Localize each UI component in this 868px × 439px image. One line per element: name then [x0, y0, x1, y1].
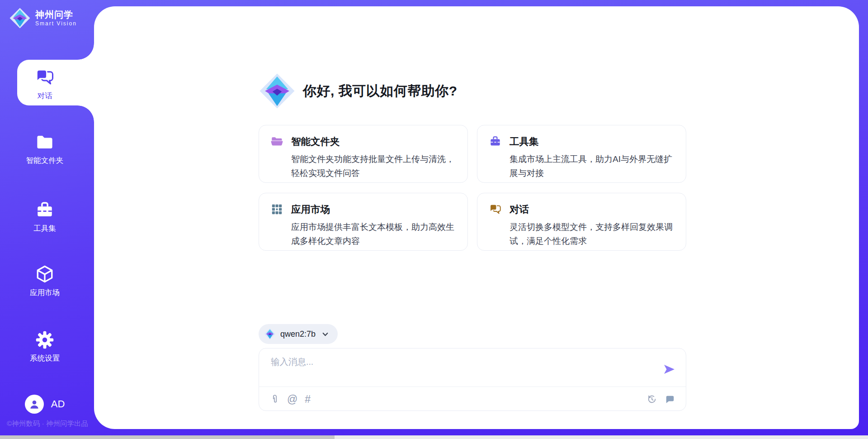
send-button[interactable] [662, 363, 676, 377]
message-composer: @ # [259, 348, 686, 411]
sidebar-item-label: 系统设置 [30, 353, 60, 363]
model-diamond-logo-icon [264, 328, 276, 340]
card-chat[interactable]: 对话 灵活切换多模型文件，支持多样回复效果调试，满足个性化需求 [477, 193, 686, 251]
sidebar-item-app-market[interactable]: 应用市场 [0, 265, 90, 298]
chat-bubbles-icon [35, 68, 54, 87]
sidebar-item-chat[interactable]: 对话 [0, 68, 90, 101]
message-input[interactable] [270, 355, 651, 383]
card-title: 智能文件夹 [291, 135, 340, 148]
model-selector[interactable]: qwen2:7b [259, 324, 338, 344]
scrollbar-thumb[interactable] [0, 435, 335, 439]
toolbox-icon [35, 200, 54, 220]
composer-toolbar: @ # [270, 392, 675, 406]
horizontal-scrollbar[interactable] [0, 435, 868, 439]
card-title: 工具集 [509, 135, 539, 148]
main-panel: 你好, 我可以如何帮助你? 智能文件夹 智能文件夹功能支持批量文件上传与清洗，轻… [94, 6, 859, 429]
card-title: 对话 [509, 203, 529, 216]
greeting: 你好, 我可以如何帮助你? [259, 72, 458, 110]
brand-diamond-logo-icon [9, 7, 31, 29]
hashtag-icon[interactable]: # [305, 394, 311, 405]
card-header: 工具集 [489, 135, 676, 148]
sidebar-item-label: 工具集 [33, 224, 56, 234]
cube-icon [35, 265, 54, 284]
avatar [25, 395, 44, 414]
mention-icon[interactable]: @ [287, 394, 297, 405]
card-header: 对话 [489, 203, 676, 216]
brand-text: 神州问学 Smart Vision [35, 10, 77, 27]
chat-bubbles-icon [489, 203, 501, 215]
sidebar-item-smart-folder[interactable]: 智能文件夹 [0, 133, 90, 166]
brand-subtitle: Smart Vision [35, 20, 77, 27]
user-account[interactable]: AD [0, 395, 90, 414]
feature-cards: 智能文件夹 智能文件夹功能支持批量文件上传与清洗，轻松实现文件问答 工具集 集成… [259, 125, 686, 251]
composer-actions [647, 394, 675, 404]
grid-icon [271, 203, 283, 215]
user-name: AD [51, 398, 65, 410]
toolbox-icon [489, 135, 501, 148]
sidebar-item-settings[interactable]: 系统设置 [0, 330, 90, 363]
attachment-icon[interactable] [270, 394, 280, 404]
greeting-title: 你好, 我可以如何帮助你? [303, 82, 458, 100]
card-toolset[interactable]: 工具集 集成市场上主流工具，助力AI与外界无缝扩展与对接 [477, 125, 686, 183]
send-icon [663, 363, 675, 376]
model-name: qwen2:7b [280, 329, 316, 339]
history-icon[interactable] [647, 394, 657, 404]
brand: 神州问学 Smart Vision [9, 7, 77, 29]
card-app-market[interactable]: 应用市场 应用市场提供丰富长文本模板，助力高效生成多样化文章内容 [259, 193, 468, 251]
greeting-diamond-logo-icon [259, 72, 296, 110]
composer-divider [259, 387, 686, 387]
card-header: 智能文件夹 [271, 135, 458, 148]
person-icon [28, 398, 40, 410]
sidebar-item-label: 智能文件夹 [26, 156, 64, 166]
brand-name: 神州问学 [35, 10, 77, 19]
folder-icon [35, 133, 54, 152]
gear-icon [35, 330, 54, 349]
card-smart-folder[interactable]: 智能文件夹 智能文件夹功能支持批量文件上传与清洗，轻松实现文件问答 [259, 125, 468, 183]
sidebar-item-label: 应用市场 [30, 288, 60, 298]
sidebar-footer: ©神州数码 · 神州问学出品 [0, 419, 95, 429]
chat-bubble-icon[interactable] [665, 394, 675, 404]
sidebar-item-label: 对话 [38, 91, 52, 101]
card-header: 应用市场 [271, 203, 458, 216]
card-title: 应用市场 [291, 203, 330, 216]
chevron-down-icon [322, 331, 329, 338]
folder-open-icon [271, 135, 283, 148]
card-description: 灵活切换多模型文件，支持多样回复效果调试，满足个性化需求 [509, 220, 676, 248]
card-description: 集成市场上主流工具，助力AI与外界无缝扩展与对接 [509, 152, 676, 180]
card-description: 智能文件夹功能支持批量文件上传与清洗，轻松实现文件问答 [291, 152, 458, 180]
card-description: 应用市场提供丰富长文本模板，助力高效生成多样化文章内容 [291, 220, 458, 248]
sidebar-item-toolset[interactable]: 工具集 [0, 200, 90, 234]
